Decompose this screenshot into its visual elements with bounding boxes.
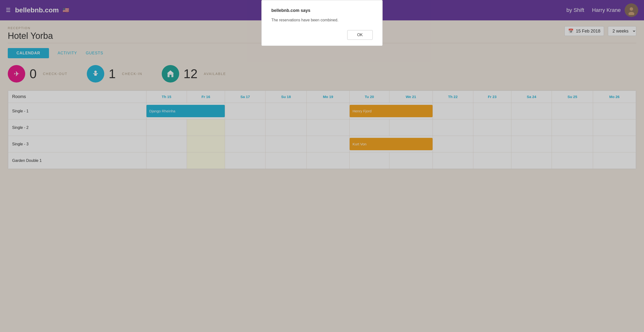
dialog-ok-button[interactable]: OK xyxy=(347,30,373,40)
dialog: bellebnb.com says The reservations have … xyxy=(262,0,382,46)
dialog-message: The reservations have been combined. xyxy=(271,18,373,22)
dialog-overlay: bellebnb.com says The reservations have … xyxy=(0,0,644,175)
dialog-title: bellebnb.com says xyxy=(271,8,373,13)
